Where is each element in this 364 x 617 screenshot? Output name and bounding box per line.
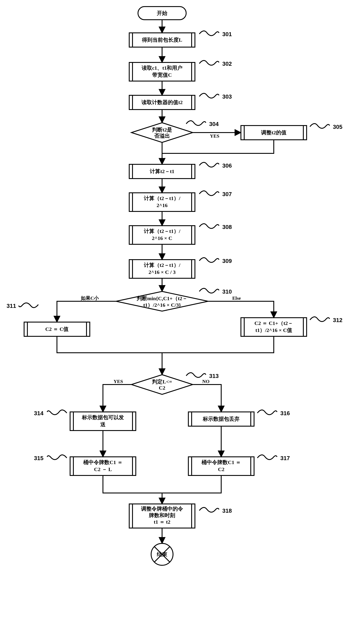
process-301: 得到当前包长度L	[129, 33, 195, 47]
edge-313-no: NO	[202, 379, 210, 384]
svg-text:得到当前包长度L: 得到当前包长度L	[142, 37, 182, 43]
label-303: 303	[222, 93, 232, 100]
process-303: 读取计数器的值t2	[129, 95, 195, 110]
svg-marker-53	[131, 375, 193, 394]
svg-text:C2 ＝ C值: C2 ＝ C值	[45, 326, 69, 332]
label-304: 304	[209, 121, 219, 127]
svg-marker-41	[116, 291, 208, 311]
label-312: 312	[333, 317, 342, 323]
label-309: 309	[222, 258, 232, 264]
svg-text:计算（t2－t1）/: 计算（t2－t1）/	[144, 262, 181, 268]
process-308: 计算（t2－t1）/ 2^16 × C	[129, 226, 195, 244]
svg-marker-15	[131, 123, 193, 143]
label-310: 310	[222, 288, 232, 295]
edge-304-yes: YES	[210, 133, 220, 139]
process-302: 读取c1、t1和用户 带宽值C	[129, 63, 195, 81]
process-311: C2 ＝ C值	[24, 322, 90, 336]
svg-text:带宽值C: 带宽值C	[152, 72, 172, 78]
svg-text:读取计数器的值t2: 读取计数器的值t2	[141, 99, 183, 105]
edge-313-yes: YES	[114, 379, 123, 384]
process-316: 标示数据包丢弃	[188, 412, 254, 426]
label-311: 311	[7, 302, 16, 309]
svg-text:2^16 × C / 3: 2^16 × C / 3	[148, 269, 176, 275]
label-302: 302	[222, 60, 232, 67]
process-312: C2 ＝ C1+（t2－ t1）/2^16 × C值	[241, 318, 307, 336]
svg-text:标示数据包丢弃: 标示数据包丢弃	[203, 416, 240, 422]
decision-304: 判断t2是 否溢出	[131, 123, 193, 143]
process-318: 调整令牌桶中的令 牌数和时刻 t1 ＝ t2	[129, 504, 195, 528]
svg-text:C2 ＝ C1+（t2－: C2 ＝ C1+（t2－	[255, 320, 293, 326]
label-318: 318	[222, 507, 232, 514]
svg-text:开始: 开始	[156, 10, 167, 16]
process-317: 桶中令牌数C1 ＝ C2	[188, 457, 254, 475]
svg-text:判断min{C,C1+（t2－: 判断min{C,C1+（t2－	[136, 296, 187, 301]
label-316: 316	[280, 410, 290, 417]
process-307: 计算（t2－t1）/ 2^16	[129, 193, 195, 211]
svg-text:调整t2的值: 调整t2的值	[261, 130, 286, 135]
label-308: 308	[222, 224, 232, 230]
label-314: 314	[34, 410, 44, 417]
svg-text:C2: C2	[218, 466, 224, 472]
svg-text:t1）/2^16 × C/3}: t1）/2^16 × C/3}	[143, 302, 181, 308]
label-315: 315	[34, 455, 43, 461]
flowchart-svg: 开始 得到当前包长度L 301 读取c1、t1和用户 带宽值C 302 读取计数…	[2, 2, 364, 617]
label-306: 306	[222, 162, 232, 169]
process-305: 调整t2的值	[241, 126, 307, 140]
svg-text:桶中令牌数C1 ＝: 桶中令牌数C1 ＝	[83, 459, 122, 465]
end-node: 结束	[151, 543, 173, 565]
svg-text:2^16 × C: 2^16 × C	[152, 235, 172, 241]
svg-text:结束: 结束	[156, 551, 167, 557]
process-306: 计算t2－t1	[129, 164, 195, 179]
process-314: 标示数据包可以发 送	[70, 412, 136, 431]
process-309: 计算（t2－t1）/ 2^16 × C / 3	[129, 260, 195, 278]
decision-313: 判定L<= C2	[131, 375, 193, 394]
svg-text:2^16: 2^16	[156, 202, 168, 208]
start-node: 开始	[138, 7, 186, 20]
label-307: 307	[222, 191, 232, 197]
svg-text:判定L<=: 判定L<=	[152, 379, 172, 384]
svg-text:调整令牌桶中的令: 调整令牌桶中的令	[141, 506, 183, 512]
label-313: 313	[209, 373, 219, 379]
svg-text:牌数和时刻: 牌数和时刻	[149, 512, 175, 518]
process-315: 桶中令牌数C1 ＝ C2 － L	[70, 457, 136, 475]
edge-310-right: Else	[232, 295, 241, 301]
svg-text:计算（t2－t1）/: 计算（t2－t1）/	[144, 228, 181, 234]
svg-text:t1）/2^16 × C值: t1）/2^16 × C值	[255, 327, 292, 333]
svg-text:C2: C2	[159, 385, 165, 391]
svg-text:读取c1、t1和用户: 读取c1、t1和用户	[142, 65, 183, 71]
label-305: 305	[333, 124, 342, 130]
svg-text:桶中令牌数C1 ＝: 桶中令牌数C1 ＝	[201, 459, 241, 465]
label-317: 317	[280, 455, 290, 461]
svg-text:计算t2－t1: 计算t2－t1	[150, 169, 174, 174]
edge-310-left: 如果C小	[81, 295, 99, 301]
svg-text:t1 ＝ t2: t1 ＝ t2	[154, 519, 170, 525]
svg-text:送: 送	[100, 421, 105, 427]
svg-text:C2 － L: C2 － L	[94, 466, 112, 472]
svg-text:否溢出: 否溢出	[154, 133, 170, 139]
svg-text:判断t2是: 判断t2是	[152, 127, 172, 132]
svg-text:计算（t2－t1）/: 计算（t2－t1）/	[144, 196, 181, 201]
label-301: 301	[222, 31, 232, 38]
decision-310: 判断min{C,C1+（t2－ t1）/2^16 × C/3}	[116, 291, 208, 311]
svg-text:标示数据包可以发: 标示数据包可以发	[82, 415, 124, 420]
